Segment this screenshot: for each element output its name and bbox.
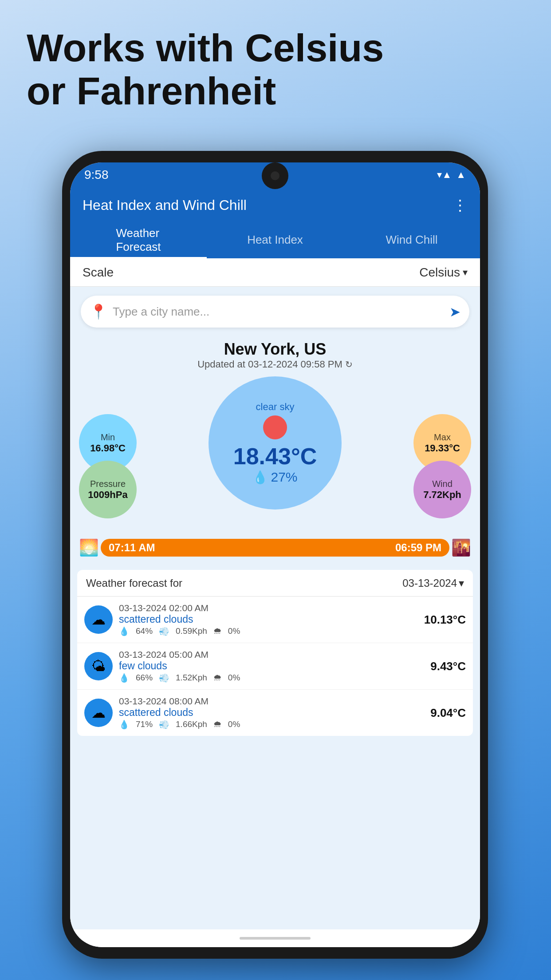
forecast-cloud-icon-1: ☁ [84, 605, 113, 634]
scale-value-text: Celsius [419, 265, 460, 280]
phone-screen: 9:58 ▾▲ ▲ Heat Index and Wind Chill ⋮ We… [70, 162, 480, 947]
more-menu-button[interactable]: ⋮ [453, 196, 468, 214]
sun-times-bar: 🌅 07:11 AM 06:59 PM 🌇 [79, 535, 471, 560]
rain-val-3: 0% [228, 719, 240, 730]
forecast-info-1: 03-13-2024 02:00 AM scattered clouds 💧 6… [119, 603, 418, 636]
tab-weather-forecast-label: WeatherForecast [116, 226, 161, 254]
status-time: 9:58 [84, 168, 109, 182]
updated-label: Updated at 03-12-2024 09:58 PM [197, 359, 342, 370]
sun-bar-inner: 07:11 AM 06:59 PM [101, 539, 449, 557]
wind-value: 7.72Kph [423, 489, 461, 501]
forecast-date-selector[interactable]: 03-13-2024 ▾ [402, 577, 464, 589]
search-input[interactable]: Type a city name... [113, 305, 444, 319]
humidity-val-3: 71% [136, 719, 153, 730]
forecast-temp-2: 9.43°C [430, 660, 466, 673]
forecast-temp-3: 9.04°C [430, 706, 466, 720]
tab-bar: WeatherForecast Heat Index Wind Chill [70, 223, 480, 258]
status-icons: ▾▲ ▲ [437, 169, 466, 181]
wind-bubble: Wind 7.72Kph [413, 461, 471, 518]
scale-dropdown-arrow: ▾ [463, 267, 468, 278]
wind-label: Wind [432, 479, 453, 489]
camera [271, 171, 279, 180]
pressure-value: 1009hPa [88, 489, 127, 501]
min-value: 16.98°C [90, 443, 126, 454]
forecast-cloud-icon-3: ☁ [84, 699, 113, 727]
home-bar [240, 937, 311, 940]
forecast-details-3: 💧 71% 💨 1.66Kph 🌧 0% [119, 719, 424, 730]
forecast-item: ☁ 03-13-2024 08:00 AM scattered clouds 💧… [77, 690, 473, 736]
forecast-datetime-3: 03-13-2024 08:00 AM [119, 696, 424, 707]
humidity-icon-1: 💧 [119, 626, 130, 636]
max-value: 19.33°C [425, 443, 460, 454]
search-box[interactable]: 📍 Type a city name... ➤ [81, 296, 469, 328]
wind-val-1: 0.59Kph [176, 626, 207, 636]
forecast-cloud-icon-2: 🌤 [84, 652, 113, 680]
scale-selector[interactable]: Celsius ▾ [419, 265, 468, 280]
city-section: New York, US Updated at 03-12-2024 09:58… [70, 336, 480, 372]
scale-bar: Scale Celsius ▾ [70, 258, 480, 287]
refresh-button[interactable]: ↻ [345, 359, 353, 370]
rain-val-1: 0% [228, 626, 240, 636]
current-temperature: 18.43°C [233, 443, 317, 470]
forecast-datetime-2: 03-13-2024 05:00 AM [119, 649, 424, 660]
phone-notch [262, 162, 288, 189]
search-container: 📍 Type a city name... ➤ [70, 287, 480, 336]
forecast-date-dropdown-arrow: ▾ [459, 577, 464, 589]
sun-icon [263, 415, 287, 439]
forecast-item: 🌤 03-13-2024 05:00 AM few clouds 💧 66% 💨… [77, 643, 473, 690]
rain-val-2: 0% [228, 673, 240, 683]
forecast-label: Weather forecast for [86, 577, 182, 589]
forecast-details-1: 💧 64% 💨 0.59Kph 🌧 0% [119, 626, 418, 636]
wind-icon-3: 💨 [159, 719, 169, 730]
forecast-details-2: 💧 66% 💨 1.52Kph 🌧 0% [119, 673, 424, 683]
forecast-condition-1: scattered clouds [119, 613, 418, 625]
tab-heat-index-label: Heat Index [247, 233, 303, 247]
humidity-val-2: 66% [136, 673, 153, 683]
forecast-list: ☁ 03-13-2024 02:00 AM scattered clouds 💧… [77, 597, 473, 736]
wifi-icon: ▾▲ [437, 169, 452, 181]
wind-icon-1: 💨 [159, 626, 169, 636]
home-indicator [70, 929, 480, 947]
forecast-item: ☁ 03-13-2024 02:00 AM scattered clouds 💧… [77, 597, 473, 643]
main-weather-circle: clear sky 18.43°C 💧 27% [209, 376, 342, 510]
wind-val-2: 1.52Kph [176, 673, 207, 683]
humidity-val-1: 64% [136, 626, 153, 636]
forecast-datetime-1: 03-13-2024 02:00 AM [119, 603, 418, 613]
forecast-date-value: 03-13-2024 [402, 577, 457, 589]
forecast-condition-2: few clouds [119, 660, 424, 672]
location-icon: 📍 [90, 303, 107, 320]
headline: Works with Celsius or Fahrenheit [27, 27, 524, 113]
humidity-value: 27% [271, 470, 297, 485]
scale-label: Scale [83, 265, 114, 280]
forecast-info-2: 03-13-2024 05:00 AM few clouds 💧 66% 💨 1… [119, 649, 424, 683]
humidity-icon-2: 💧 [119, 673, 130, 683]
city-name: New York, US [70, 340, 480, 359]
tab-wind-chill[interactable]: Wind Chill [343, 223, 480, 258]
humidity-display: 💧 27% [252, 470, 297, 485]
tab-wind-chill-label: Wind Chill [386, 233, 437, 247]
sunset-icon: 🌇 [451, 538, 471, 557]
sky-condition-label: clear sky [256, 401, 295, 413]
forecast-header: Weather forecast for 03-13-2024 ▾ [77, 570, 473, 597]
headline-line2: or Fahrenheit [27, 69, 276, 113]
cloud-icon-1: ☁ [91, 611, 106, 628]
phone-device: 9:58 ▾▲ ▲ Heat Index and Wind Chill ⋮ We… [62, 151, 488, 959]
humidity-icon-3: 💧 [119, 719, 130, 730]
rain-icon-3: 🌧 [213, 719, 222, 730]
forecast-info-3: 03-13-2024 08:00 AM scattered clouds 💧 7… [119, 696, 424, 730]
tab-heat-index[interactable]: Heat Index [207, 223, 343, 258]
signal-icon: ▲ [456, 169, 466, 181]
weather-circle-area: Min 16.98°C clear sky 18.43°C 💧 27% [70, 372, 480, 514]
updated-text: Updated at 03-12-2024 09:58 PM ↻ [70, 359, 480, 370]
humidity-icon: 💧 [252, 470, 268, 485]
forecast-condition-3: scattered clouds [119, 707, 424, 719]
rain-icon-2: 🌧 [213, 673, 222, 683]
tab-weather-forecast[interactable]: WeatherForecast [70, 223, 207, 258]
search-submit-button[interactable]: ➤ [449, 304, 460, 320]
app-title: Heat Index and Wind Chill [83, 197, 247, 213]
rain-icon-1: 🌧 [213, 626, 222, 636]
max-label: Max [434, 432, 451, 443]
sunrise-icon: 🌅 [79, 538, 99, 557]
pressure-label: Pressure [90, 479, 126, 489]
sunset-time: 06:59 PM [395, 541, 441, 554]
